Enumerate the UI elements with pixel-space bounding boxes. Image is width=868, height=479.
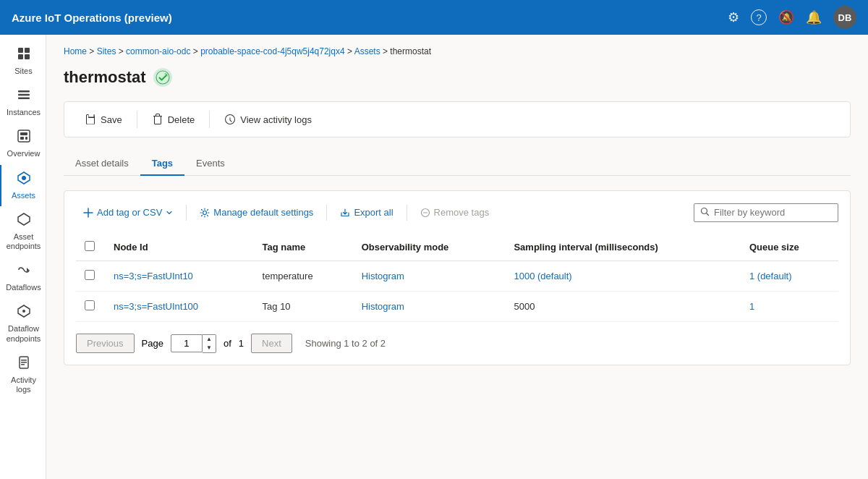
row-1-observability-mode: Histogram	[353, 261, 506, 292]
sidebar-item-activity-logs[interactable]: Activity logs	[0, 349, 46, 400]
sidebar-item-activity-logs-label: Activity logs	[4, 376, 43, 394]
export-all-button[interactable]: Export all	[333, 203, 400, 222]
bell-mute-icon[interactable]: 🔕	[778, 9, 794, 25]
save-button[interactable]: Save	[76, 109, 131, 130]
sidebar-item-asset-endpoints[interactable]: Asset endpoints	[0, 206, 46, 257]
remove-tags-button[interactable]: Remove tags	[413, 203, 497, 222]
add-icon	[83, 208, 93, 218]
instances-icon	[17, 88, 31, 106]
page-title: thermostat	[64, 68, 146, 87]
status-connected-icon	[153, 68, 172, 87]
svg-point-12	[22, 176, 26, 180]
help-icon[interactable]: ?	[751, 9, 767, 25]
delete-button[interactable]: Delete	[143, 109, 204, 130]
svg-rect-1	[25, 48, 30, 53]
page-spinners: ▲ ▼	[203, 334, 216, 353]
row-1-checkbox-cell[interactable]	[76, 261, 105, 292]
bell-icon[interactable]: 🔔	[806, 9, 822, 25]
row-2-checkbox-cell[interactable]	[76, 292, 105, 322]
delete-label: Delete	[168, 114, 195, 125]
activity-icon	[224, 114, 236, 125]
sidebar-item-dataflows[interactable]: Dataflows	[0, 257, 46, 298]
filter-search-icon	[700, 207, 710, 219]
table-row: ns=3;s=FastUInt100 Tag 10 Histogram 5000…	[76, 292, 838, 322]
row-1-checkbox[interactable]	[85, 270, 95, 280]
breadcrumb-common-aio-odc[interactable]: common-aio-odc	[126, 46, 190, 56]
sidebar-item-instances[interactable]: Instances	[0, 82, 46, 123]
row-1-sampling-interval: 1000 (default)	[505, 261, 741, 292]
svg-point-22	[203, 211, 207, 214]
row-2-checkbox[interactable]	[85, 300, 95, 310]
settings-icon[interactable]: ⚙	[728, 9, 739, 25]
dataflow-endpoints-icon	[17, 304, 31, 322]
page-label: Page	[142, 338, 163, 349]
svg-rect-7	[18, 130, 30, 142]
view-activity-label: View activity logs	[240, 114, 312, 125]
overview-icon	[17, 129, 31, 147]
of-label: of	[224, 338, 231, 349]
svg-rect-8	[20, 132, 27, 135]
save-icon	[85, 114, 96, 125]
sidebar-item-overview[interactable]: Overview	[0, 123, 46, 164]
filter-input-wrap[interactable]	[694, 203, 838, 222]
content-area: Home > Sites > common-aio-odc > probable…	[46, 35, 868, 479]
row-1-tag-name: temperature	[254, 261, 353, 292]
tags-table: Node Id Tag name Observability mode Samp…	[76, 234, 838, 322]
sidebar-item-sites-label: Sites	[14, 67, 32, 76]
add-tag-csv-button[interactable]: Add tag or CSV	[76, 203, 180, 222]
assets-icon	[17, 171, 31, 189]
svg-rect-6	[18, 98, 30, 100]
select-all-header[interactable]	[76, 234, 105, 261]
svg-rect-2	[18, 54, 23, 59]
next-button[interactable]: Next	[251, 334, 292, 353]
view-activity-button[interactable]: View activity logs	[216, 109, 320, 130]
col-observability-mode: Observability mode	[353, 234, 506, 261]
page-down-button[interactable]: ▼	[203, 344, 216, 352]
chevron-down-icon	[166, 209, 173, 216]
breadcrumb-sites[interactable]: Sites	[97, 46, 116, 56]
total-pages: 1	[239, 338, 244, 349]
tab-events[interactable]: Events	[184, 152, 237, 176]
activity-logs-icon	[17, 355, 31, 373]
select-all-checkbox[interactable]	[85, 241, 95, 251]
row-1-queue-size: 1 (default)	[741, 261, 838, 292]
row-1-node-id-link[interactable]: ns=3;s=FastUInt10	[114, 271, 193, 281]
sidebar-item-dataflow-endpoints[interactable]: Dataflow endpoints	[0, 298, 46, 349]
sidebar-item-assets[interactable]: Assets	[0, 165, 46, 206]
top-navigation: Azure IoT Operations (preview) ⚙ ? 🔕 🔔 D…	[0, 0, 868, 35]
svg-rect-18	[21, 360, 27, 361]
avatar[interactable]: DB	[833, 6, 856, 29]
breadcrumb-home[interactable]: Home	[64, 46, 87, 56]
sidebar-item-sites[interactable]: Sites	[0, 41, 46, 82]
table-header-row: Node Id Tag name Observability mode Samp…	[76, 234, 838, 261]
tags-toolbar-left: Add tag or CSV Manage default settings E…	[76, 203, 688, 222]
tags-toolbar-sep-2	[326, 205, 327, 221]
manage-default-settings-button[interactable]: Manage default settings	[192, 203, 320, 222]
page-title-row: thermostat	[64, 68, 851, 87]
breadcrumb-assets[interactable]: Assets	[354, 46, 380, 56]
showing-text: Showing 1 to 2 of 2	[305, 338, 386, 349]
breadcrumb-probable-space[interactable]: probable-space-cod-4j5qw5j4q72jqx4	[200, 46, 344, 56]
tab-tags[interactable]: Tags	[140, 152, 184, 176]
col-queue-size: Queue size	[741, 234, 838, 261]
remove-tags-label: Remove tags	[434, 207, 490, 218]
page-up-button[interactable]: ▲	[203, 335, 216, 344]
settings-icon	[200, 208, 210, 218]
page-number-input[interactable]	[171, 334, 203, 352]
row-2-node-id-link[interactable]: ns=3;s=FastUInt100	[114, 301, 198, 312]
tab-asset-details[interactable]: Asset details	[64, 152, 140, 176]
sidebar-item-assets-label: Assets	[12, 191, 35, 200]
filter-keyword-input[interactable]	[714, 207, 822, 218]
tabs: Asset details Tags Events	[64, 152, 851, 176]
add-tag-csv-label: Add tag or CSV	[97, 207, 162, 218]
row-2-node-id: ns=3;s=FastUInt100	[105, 292, 254, 322]
delete-icon	[152, 114, 163, 125]
svg-rect-9	[20, 137, 24, 140]
page-input-wrap: ▲ ▼	[171, 334, 216, 353]
row-2-sampling-interval: 5000	[505, 292, 741, 322]
svg-point-24	[702, 208, 707, 213]
remove-icon	[420, 208, 430, 218]
toolbar-divider-2	[209, 111, 210, 128]
asset-endpoints-icon	[17, 212, 31, 230]
previous-button[interactable]: Previous	[76, 334, 135, 353]
